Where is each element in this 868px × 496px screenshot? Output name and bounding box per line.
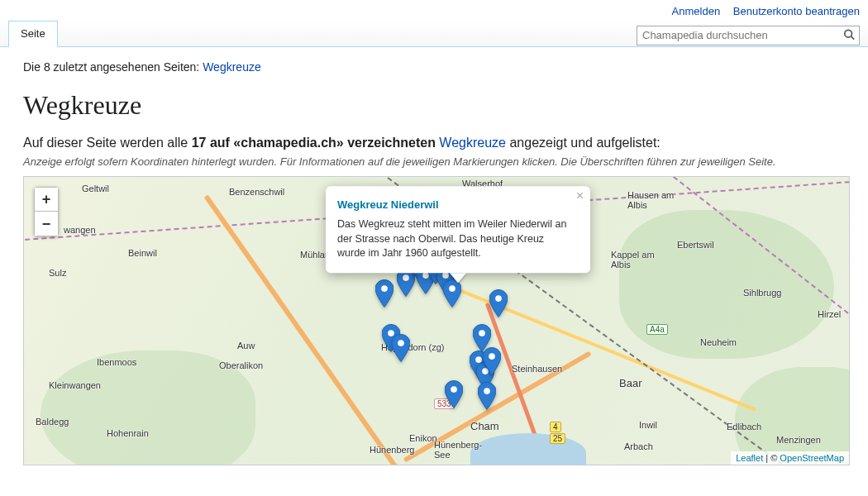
svg-point-10 bbox=[495, 295, 502, 302]
map-marker[interactable] bbox=[478, 382, 496, 410]
place-label: Hausen am Albis bbox=[627, 190, 674, 210]
page-title: Wegkreuze bbox=[23, 90, 856, 121]
svg-point-9 bbox=[449, 285, 455, 292]
route-shield: A4a bbox=[646, 324, 668, 335]
map-marker[interactable] bbox=[489, 289, 508, 317]
place-label: Baldegg bbox=[36, 417, 69, 427]
map-marker[interactable] bbox=[375, 279, 393, 308]
hint-text: Anzeige erfolgt sofern Koordinaten hinte… bbox=[23, 155, 856, 168]
map-marker[interactable] bbox=[445, 380, 463, 408]
place-label: wangen bbox=[64, 225, 96, 235]
zoom-controls: + − bbox=[34, 187, 59, 236]
svg-point-13 bbox=[479, 330, 485, 336]
place-label: Ebertswil bbox=[677, 240, 714, 250]
place-label: Neuheim bbox=[700, 337, 737, 347]
recent-prefix: Die 8 zuletzt angesehenen Seiten: bbox=[23, 60, 203, 74]
search-input[interactable] bbox=[637, 26, 860, 45]
place-label: Edlibach bbox=[727, 422, 761, 432]
route-shield: 4 bbox=[550, 422, 561, 432]
map-popup: × Wegkreuz Niederwil Das Wegkreuz steht … bbox=[326, 186, 590, 273]
popup-close-button[interactable]: × bbox=[576, 189, 584, 203]
place-label: Cham bbox=[470, 420, 499, 432]
place-label: Benzenschwil bbox=[229, 187, 284, 197]
place-label: Menzingen bbox=[776, 435, 821, 445]
svg-point-2 bbox=[381, 285, 388, 292]
place-label: Arbach bbox=[624, 441, 653, 451]
svg-point-12 bbox=[398, 340, 404, 346]
map-attribution: Leaflet | © OpenStreetMap bbox=[731, 451, 849, 465]
place-label: Ibenmoos bbox=[97, 357, 136, 367]
place-label: Steinhausen bbox=[512, 364, 562, 374]
place-label: Hünenberg bbox=[370, 445, 414, 455]
intro-line: Auf dieser Seite werden alle 17 auf «cha… bbox=[23, 136, 856, 150]
signup-link[interactable]: Benutzerkonto beantragen bbox=[733, 5, 860, 17]
place-label: Baar bbox=[619, 377, 641, 389]
place-label: Geltwil bbox=[82, 184, 109, 193]
place-label: Sihlbrugg bbox=[743, 288, 781, 298]
search-box bbox=[637, 26, 860, 45]
zoom-out-button[interactable]: − bbox=[34, 212, 59, 236]
place-label: Hünenberg- See bbox=[434, 440, 482, 460]
place-label: Kappel am Albis bbox=[611, 250, 655, 269]
place-label: Beinwil bbox=[128, 248, 157, 258]
place-label: Sulz bbox=[49, 268, 66, 278]
osm-link[interactable]: OpenStreetMap bbox=[780, 453, 844, 463]
place-label: Auw bbox=[237, 341, 255, 351]
zoom-in-button[interactable]: + bbox=[34, 187, 59, 212]
popup-body: Das Wegkreuz steht mitten im Weiler Nied… bbox=[337, 218, 574, 262]
map-marker[interactable] bbox=[443, 279, 461, 308]
recent-link[interactable]: Wegkreuze bbox=[203, 60, 261, 74]
place-label: Oberalikon bbox=[219, 360, 263, 370]
place-label: Inwil bbox=[639, 420, 657, 430]
intro-link[interactable]: Wegkreuze bbox=[439, 136, 506, 150]
svg-point-17 bbox=[484, 388, 490, 394]
place-label: Hirzel bbox=[818, 309, 841, 319]
place-label: Hohenrain bbox=[107, 428, 149, 438]
place-label: Enikon bbox=[409, 433, 437, 443]
map-marker[interactable] bbox=[392, 334, 410, 362]
svg-point-16 bbox=[489, 353, 495, 360]
leaflet-link[interactable]: Leaflet bbox=[736, 453, 763, 463]
svg-point-18 bbox=[451, 386, 457, 393]
spacer bbox=[58, 21, 637, 46]
popup-title-link[interactable]: Wegkreuz Niederwil bbox=[337, 198, 439, 212]
svg-point-3 bbox=[403, 274, 409, 281]
map-marker[interactable] bbox=[483, 347, 501, 375]
login-link[interactable]: Anmelden bbox=[672, 5, 721, 17]
place-label: Kleinwangen bbox=[49, 380, 101, 390]
recent-pages: Die 8 zuletzt angesehenen Seiten: Wegkre… bbox=[23, 60, 856, 74]
tab-page[interactable]: Seite bbox=[8, 21, 58, 47]
map[interactable]: Geltwil Benzenschwil Walserhof Hausen am… bbox=[23, 176, 850, 465]
route-shield: 25 bbox=[550, 433, 565, 444]
